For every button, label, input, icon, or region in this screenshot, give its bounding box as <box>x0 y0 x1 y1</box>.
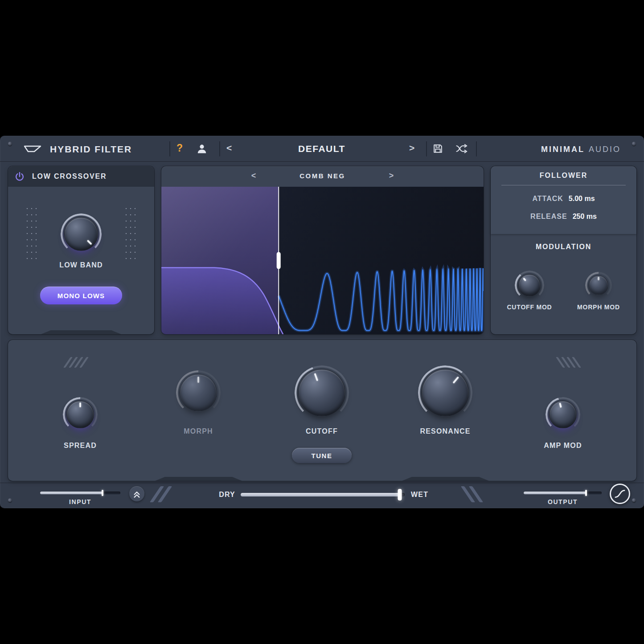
shuffle-icon <box>455 143 468 154</box>
release-row[interactable]: RELEASE 250 ms <box>491 213 636 221</box>
randomize-button[interactable] <box>455 143 468 156</box>
release-label: RELEASE <box>530 213 567 221</box>
low-band-knob[interactable] <box>61 213 102 254</box>
knob-pointer <box>514 270 545 301</box>
follower-panel: FOLLOWER ATTACK 5.00 ms RELEASE 250 ms M… <box>491 166 636 334</box>
slider-fill <box>241 493 400 496</box>
morph-label: MORPH <box>184 427 213 435</box>
low-crossover-panel: LOW CROSSOVER LOW BAND MONO LOWS <box>8 166 154 334</box>
slider-fill <box>40 492 103 494</box>
brand: MINIMALAUDIO <box>541 145 621 154</box>
slider-thumb[interactable] <box>585 490 587 496</box>
output-gain-slider[interactable] <box>524 492 602 494</box>
cutoff-mod-knob[interactable] <box>515 271 544 300</box>
screw-icon <box>632 498 636 502</box>
preset-next-button[interactable]: > <box>409 143 414 153</box>
slash-decoration <box>67 357 85 368</box>
wet-label: WET <box>411 491 447 499</box>
account-button[interactable] <box>196 143 208 156</box>
input-label: INPUT <box>40 498 120 505</box>
attack-label: ATTACK <box>532 195 563 203</box>
double-chevron-up-icon <box>131 488 143 500</box>
divider <box>169 141 170 156</box>
input-gain-slider[interactable] <box>40 492 120 494</box>
attack-row[interactable]: ATTACK 5.00 ms <box>491 195 636 203</box>
plugin-window: HYBRID FILTER ? < DEFAULT > <box>0 136 644 508</box>
resonance-knob[interactable] <box>418 365 472 420</box>
mono-lows-button[interactable]: MONO LOWS <box>40 287 122 304</box>
morph-knob[interactable] <box>176 370 221 415</box>
knob-pointer <box>412 359 478 426</box>
dry-wet-mix-slider[interactable] <box>241 493 405 496</box>
knob-pointer <box>180 374 217 411</box>
slider-fill <box>524 492 586 494</box>
divider <box>501 185 626 185</box>
brand-secondary: AUDIO <box>589 145 621 154</box>
response-curve-button[interactable] <box>610 484 630 504</box>
filter-type-name: COMB NEG <box>161 172 484 180</box>
output-label: OUTPUT <box>524 498 602 505</box>
resonance-label: RESONANCE <box>420 427 470 435</box>
power-toggle-icon[interactable] <box>14 171 25 182</box>
cutoff-knob[interactable] <box>295 365 349 420</box>
knob-pointer <box>66 401 94 428</box>
knob-pointer <box>589 275 608 295</box>
mix-slider-thumb[interactable] <box>398 489 402 500</box>
main-controls-panel: SPREAD MORPH CUTOFF TUNE RESONANCE <box>8 340 636 481</box>
knob-pointer <box>291 362 352 423</box>
preset-name[interactable]: DEFAULT <box>250 144 394 154</box>
divider <box>0 483 644 483</box>
filter-display-panel: < COMB NEG > <box>161 166 484 334</box>
slider-thumb[interactable] <box>102 490 103 496</box>
s-curve-icon <box>612 486 628 501</box>
morph-mod-label: MORPH MOD <box>577 304 620 311</box>
low-crossover-header: LOW CROSSOVER <box>8 166 154 187</box>
desktop-background: HYBRID FILTER ? < DEFAULT > <box>0 0 644 644</box>
expand-button[interactable] <box>129 486 144 501</box>
cutoff-mod-label: CUTOFF MOD <box>507 304 552 311</box>
panel-notch <box>155 477 242 481</box>
divider <box>219 141 220 156</box>
screw-icon <box>8 498 12 502</box>
cutoff-label: CUTOFF <box>306 427 338 435</box>
save-icon <box>432 143 443 154</box>
tune-button[interactable]: TUNE <box>292 448 352 463</box>
attack-value[interactable]: 5.00 ms <box>569 195 595 203</box>
slash-decoration <box>559 357 578 368</box>
divider <box>426 141 427 156</box>
low-crossover-title: LOW CROSSOVER <box>32 172 107 180</box>
header-bar: HYBRID FILTER ? < DEFAULT > <box>0 136 644 162</box>
amp-mod-knob[interactable] <box>546 397 580 432</box>
divider <box>476 141 477 156</box>
crossover-handle[interactable] <box>277 252 281 269</box>
slash-decoration <box>155 486 167 502</box>
release-value[interactable]: 250 ms <box>573 213 597 221</box>
panel-notch <box>41 330 121 334</box>
filter-type-next-button[interactable]: > <box>386 171 396 180</box>
morph-mod-knob[interactable] <box>585 272 612 299</box>
dry-label: DRY <box>196 491 235 499</box>
plugin-title: HYBRID FILTER <box>50 144 132 155</box>
amp-mod-label: AMP MOD <box>544 442 582 450</box>
follower-settings-box: FOLLOWER ATTACK 5.00 ms RELEASE 250 ms <box>491 166 636 234</box>
save-preset-button[interactable] <box>432 143 443 156</box>
spread-knob[interactable] <box>63 397 98 432</box>
minimal-audio-logo-icon <box>23 144 42 154</box>
dot-grid-decoration <box>25 205 38 263</box>
help-button[interactable]: ? <box>174 142 185 154</box>
modulation-title: MODULATION <box>491 243 636 251</box>
follower-title: FOLLOWER <box>491 172 636 180</box>
slash-decoration <box>466 486 478 502</box>
panel-notch <box>402 477 489 481</box>
user-icon <box>196 143 208 155</box>
knob-pointer <box>57 210 105 258</box>
spread-label: SPREAD <box>64 442 97 450</box>
dot-grid-decoration <box>124 205 137 263</box>
brand-primary: MINIMAL <box>541 145 585 154</box>
preset-prev-button[interactable]: < <box>226 143 232 153</box>
low-band-label: LOW BAND <box>59 261 103 269</box>
filter-response-graph[interactable] <box>161 187 484 334</box>
